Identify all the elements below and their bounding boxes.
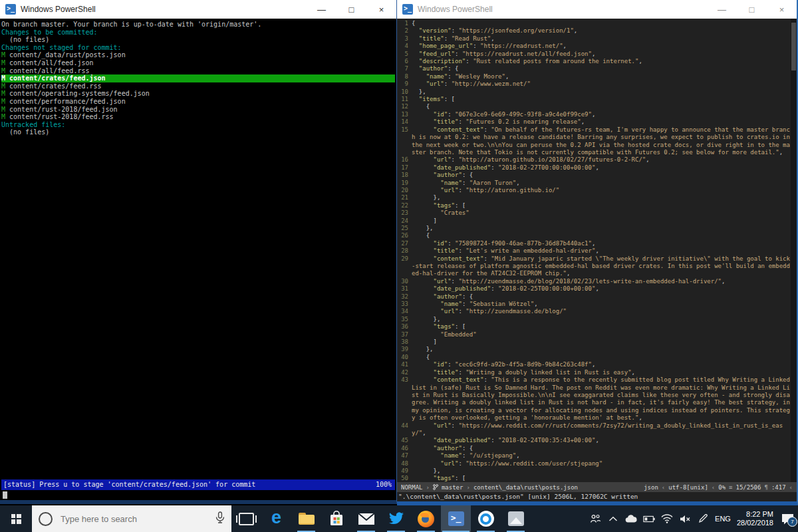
- editor-line[interactable]: 27 "id": "75898724-f900-46ae-877b-36d87b…: [397, 240, 791, 247]
- editor-line[interactable]: 25 },: [397, 225, 791, 232]
- microphone-icon[interactable]: [215, 511, 225, 526]
- editor-line[interactable]: 46 "author": {: [397, 445, 791, 452]
- editor-line[interactable]: 38 ]: [397, 338, 791, 346]
- editor-line[interactable]: 20 "url": "http://aturon.github.io/": [397, 187, 791, 194]
- editor-line[interactable]: 13 "id": "067e3ce9-6e69-499c-93f8-a9c4e0…: [397, 111, 791, 118]
- editor-line[interactable]: 45 "date_published": "2018-02-24T00:35:4…: [397, 437, 791, 444]
- action-center-button[interactable]: 7: [779, 511, 795, 526]
- taskbar-blue-ring-app[interactable]: [471, 505, 501, 532]
- editor-scrollbar[interactable]: [791, 19, 797, 482]
- git-file-row[interactable]: M content/crates/feed.rss: [1, 82, 396, 90]
- editor-line[interactable]: 9 "url": "http://www.wezm.net/": [397, 80, 791, 88]
- editor-line[interactable]: 31 "date_published": "2018-02-25T00:00:0…: [397, 285, 791, 293]
- close-button[interactable]: ×: [366, 0, 396, 19]
- editor-line[interactable]: 24 ]: [397, 217, 791, 225]
- editor-line[interactable]: 3 "title": "Read Rust",: [397, 35, 791, 43]
- editor-line[interactable]: 14 "title": "Futures 0.2 is nearing rele…: [397, 118, 791, 126]
- editor-line[interactable]: 6 "description": "Rust related posts fro…: [397, 58, 791, 65]
- minimize-button[interactable]: —: [307, 0, 336, 19]
- editor-line[interactable]: 5 "feed_url": "https://readrust.net/all/…: [397, 51, 791, 58]
- maximize-button[interactable]: □: [737, 0, 767, 19]
- line-number: 39: [397, 346, 412, 353]
- editor-line[interactable]: 32 "author": {: [397, 293, 791, 301]
- editor-line[interactable]: 8 "name": "Wesley Moore",: [397, 73, 791, 80]
- git-file-row[interactable]: M content/rust-2018/feed.rss: [1, 113, 396, 121]
- editor-line[interactable]: 48 "url": "https://www.reddit.com/user/s…: [397, 460, 791, 467]
- line-number: 10: [397, 88, 412, 96]
- taskbar-file-explorer[interactable]: [291, 505, 321, 532]
- editor-line[interactable]: 18 "author": {: [397, 172, 791, 179]
- editor-line[interactable]: 10 },: [397, 88, 791, 96]
- editor-line[interactable]: 29 "content_text": "Mid January japaric …: [397, 255, 791, 278]
- editor-line[interactable]: 21 },: [397, 194, 791, 201]
- git-file-row[interactable]: M content/rust-2018/feed.json: [1, 106, 396, 114]
- editor-line[interactable]: 47 "name": "/u/stjepang",: [397, 452, 791, 460]
- editor-line[interactable]: 41 "id": "cec6c9fd-a92b-4f5a-8d9b-9b84c2…: [397, 361, 791, 368]
- editor-line[interactable]: 26 {: [397, 232, 791, 239]
- git-file-row[interactable]: M content/operating-systems/feed.json: [1, 90, 396, 98]
- taskbar-firefox[interactable]: [411, 505, 441, 532]
- editor-line[interactable]: 23 "Crates": [397, 209, 791, 217]
- chevron-up-icon[interactable]: [607, 513, 619, 525]
- git-file-row-selected[interactable]: M content/crates/feed.json: [1, 74, 395, 82]
- git-file-row[interactable]: M content/all/feed.json: [1, 59, 396, 67]
- windows-ink-pen-icon[interactable]: [697, 513, 709, 525]
- editor-line[interactable]: 43 "content_text": "This is a response t…: [397, 376, 791, 422]
- search-input[interactable]: [59, 513, 209, 525]
- editor-line[interactable]: 44 "url": "https://www.reddit.com/r/rust…: [397, 422, 791, 438]
- editor-line[interactable]: 39 },: [397, 346, 791, 353]
- editor-line[interactable]: 35 },: [397, 316, 791, 323]
- close-button[interactable]: ×: [767, 0, 797, 19]
- editor-line[interactable]: 40 {: [397, 354, 791, 361]
- git-file-row[interactable]: M content/_data/rust/posts.json: [1, 51, 396, 59]
- editor-line[interactable]: 19 "name": "Aaron Turon",: [397, 180, 791, 187]
- editor-line[interactable]: 4 "home_page_url": "https://readrust.net…: [397, 43, 791, 50]
- git-status-terminal[interactable]: On branch master. Your branch is up-to-d…: [0, 19, 396, 500]
- editor-line[interactable]: 28 "title": "Let's write an embedded-hal…: [397, 247, 791, 255]
- titlebar-right[interactable]: >_ Windows PowerShell — □ ×: [397, 0, 797, 19]
- taskbar-search-box[interactable]: [32, 505, 231, 532]
- vim-editor[interactable]: 1{2 "version": "https://jsonfeed.org/ver…: [397, 19, 797, 482]
- titlebar-left[interactable]: >_ Windows PowerShell — □ ×: [0, 0, 396, 19]
- editor-line[interactable]: 22 "tags": [: [397, 202, 791, 209]
- taskbar-twitter[interactable]: [381, 505, 411, 532]
- people-icon[interactable]: [589, 513, 601, 525]
- git-branch-icon: [433, 484, 438, 491]
- scrollbar-thumb[interactable]: [791, 23, 796, 70]
- editor-line[interactable]: 34 "url": "http://zuendmasse.de/blog/": [397, 308, 791, 315]
- editor-line[interactable]: 30 "url": "http://zuendmasse.de/blog/201…: [397, 278, 791, 285]
- volume-muted-icon[interactable]: [679, 513, 691, 525]
- editor-line[interactable]: 42 "title": "Writing a doubly linked lis…: [397, 369, 791, 376]
- language-indicator[interactable]: ENG: [715, 515, 731, 523]
- powerline-separator: ‹: [662, 484, 665, 491]
- editor-line[interactable]: 11 "items": [: [397, 96, 791, 103]
- task-view-button[interactable]: [231, 505, 261, 532]
- maximize-button[interactable]: □: [336, 0, 366, 19]
- editor-line[interactable]: 15 "content_text": "On behalf of the fut…: [397, 126, 791, 157]
- battery-icon[interactable]: [643, 513, 655, 525]
- editor-line[interactable]: 49 },: [397, 467, 791, 475]
- editor-line[interactable]: 1{: [397, 20, 791, 27]
- editor-line[interactable]: 37 "Embedded": [397, 331, 791, 338]
- minimize-button[interactable]: —: [707, 0, 737, 19]
- editor-line[interactable]: 12 {: [397, 103, 791, 110]
- editor-line[interactable]: 2 "version": "https://jsonfeed.org/versi…: [397, 27, 791, 35]
- taskbar-mail[interactable]: [351, 505, 381, 532]
- line-content: "url": "http://zuendmasse.de/blog/": [412, 308, 791, 315]
- editor-line[interactable]: 17 "date_published": "2018-02-27T00:00:0…: [397, 164, 791, 172]
- wifi-icon[interactable]: [661, 513, 673, 525]
- editor-line[interactable]: 33 "name": "Sebastian Wötzel",: [397, 301, 791, 308]
- editor-line[interactable]: 16 "url": "http://aturon.github.io/2018/…: [397, 156, 791, 164]
- editor-line[interactable]: 50 "tags": [: [397, 475, 791, 482]
- taskbar-gray-app[interactable]: [501, 505, 531, 532]
- taskbar-powershell[interactable]: >_: [441, 505, 471, 532]
- taskbar-clock[interactable]: 8:22 PM 28/02/2018: [737, 510, 773, 527]
- editor-line[interactable]: 7 "author": {: [397, 65, 791, 72]
- onedrive-cloud-icon[interactable]: [625, 513, 637, 525]
- git-file-row[interactable]: M content/all/feed.rss: [1, 67, 396, 75]
- git-file-row[interactable]: M content/performance/feed.json: [1, 98, 396, 106]
- start-button[interactable]: [0, 505, 32, 532]
- taskbar-edge[interactable]: e: [261, 505, 291, 532]
- taskbar-store[interactable]: [321, 505, 351, 532]
- editor-line[interactable]: 36 "tags": [: [397, 323, 791, 331]
